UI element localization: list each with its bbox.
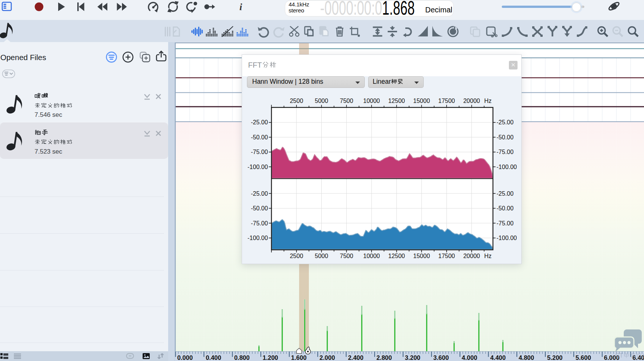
svg-text:20000: 20000	[463, 98, 480, 104]
svg-text:10000: 10000	[363, 253, 380, 259]
svg-text:-50.00: -50.00	[251, 205, 268, 211]
svg-text:20000: 20000	[463, 253, 480, 259]
svg-text:2500: 2500	[290, 98, 303, 104]
svg-text:5000: 5000	[315, 98, 328, 104]
svg-text:-25.00: -25.00	[497, 119, 513, 125]
svg-text:15000: 15000	[413, 253, 430, 259]
svg-text:10000: 10000	[363, 98, 380, 104]
svg-text:-50.00: -50.00	[251, 134, 268, 140]
svg-text:-100.00: -100.00	[497, 235, 517, 241]
svg-text:12500: 12500	[388, 98, 405, 104]
svg-text:17500: 17500	[438, 98, 455, 104]
svg-text:-50.00: -50.00	[497, 205, 513, 211]
svg-text:Hz: Hz	[484, 98, 492, 104]
svg-text:12500: 12500	[388, 253, 405, 259]
svg-text:2500: 2500	[290, 253, 303, 259]
svg-text:-75.00: -75.00	[497, 220, 513, 227]
svg-text:15000: 15000	[413, 98, 430, 104]
svg-text:-75.00: -75.00	[251, 149, 268, 155]
svg-text:-75.00: -75.00	[251, 220, 268, 227]
svg-text:Hz: Hz	[484, 253, 492, 259]
svg-text:-25.00: -25.00	[251, 190, 268, 197]
svg-text:-100.00: -100.00	[248, 235, 268, 241]
svg-text:7500: 7500	[340, 98, 354, 104]
svg-text:-100.00: -100.00	[248, 164, 268, 170]
svg-text:5000: 5000	[315, 253, 328, 259]
svg-text:-75.00: -75.00	[497, 149, 513, 155]
svg-text:-25.00: -25.00	[497, 190, 513, 197]
svg-text:-50.00: -50.00	[497, 134, 513, 140]
svg-text:-25.00: -25.00	[251, 119, 268, 125]
svg-text:17500: 17500	[438, 253, 455, 259]
svg-text:7500: 7500	[340, 253, 354, 259]
svg-text:-100.00: -100.00	[497, 164, 517, 170]
